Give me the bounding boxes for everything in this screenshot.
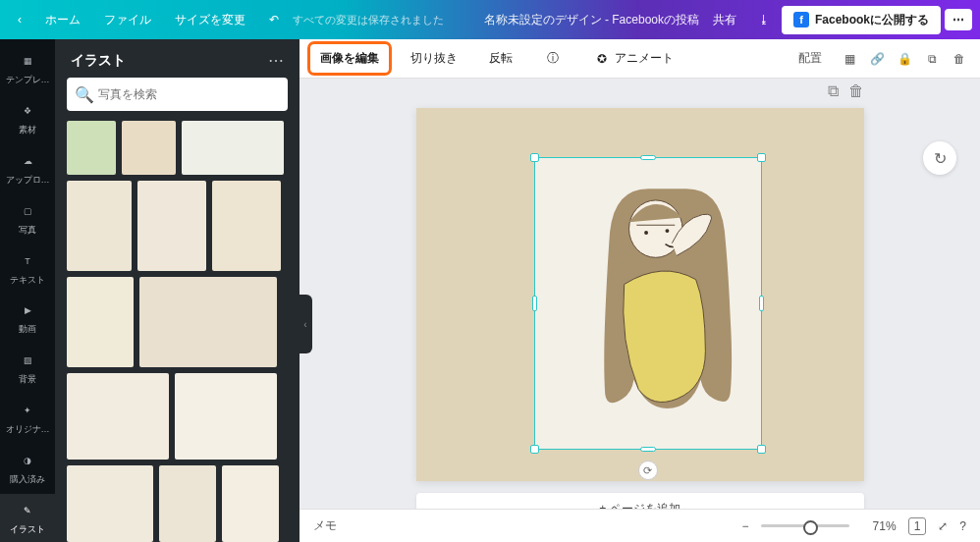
thumb[interactable] <box>67 181 132 271</box>
thumb[interactable] <box>67 277 134 367</box>
thumb[interactable] <box>212 181 281 271</box>
thumb[interactable] <box>139 277 277 367</box>
fullscreen-button[interactable]: ⤢ <box>938 519 948 533</box>
canvas-area: ‹ 画像を編集 切り抜き 反転 ⓘ ✪アニメート 配置 ▦ 🔗 🔒 ⧉ 🗑 ↻ <box>299 39 980 542</box>
thumb[interactable] <box>137 181 206 271</box>
add-page-button[interactable]: + ページを追加 <box>416 493 864 509</box>
thumb[interactable] <box>67 373 169 460</box>
undo-icon: ↶ <box>269 13 279 27</box>
rail-text[interactable]: Tテキスト <box>0 244 55 293</box>
templates-icon: ▦ <box>18 51 37 71</box>
elements-icon: ❖ <box>18 101 37 121</box>
thumbnail-grid[interactable] <box>55 121 299 542</box>
resize-button[interactable]: サイズを変更 <box>165 6 255 34</box>
search-field[interactable]: 🔍 <box>67 78 288 111</box>
trash-icon[interactable]: 🗑 <box>951 50 968 68</box>
zoom-level[interactable]: 71% <box>873 519 897 533</box>
canvas-undo-button[interactable]: ↻ <box>923 141 956 175</box>
link-icon[interactable]: 🔗 <box>868 50 886 68</box>
rail-original[interactable]: ✦オリジナ… <box>0 395 55 443</box>
resize-handle[interactable] <box>530 153 539 162</box>
zoom-out-button[interactable]: − <box>742 519 749 533</box>
facebook-icon: f <box>793 12 809 27</box>
illust-icon: ✎ <box>18 501 37 520</box>
undo-button[interactable]: ↶ <box>259 7 289 32</box>
doc-title[interactable]: 名称未設定のデザイン - Facebookの投稿 <box>484 12 699 28</box>
side-panel: イラスト ⋯ 🔍 <box>55 39 299 542</box>
help-button[interactable]: ? <box>959 519 966 533</box>
canvas-viewport[interactable]: ↻ ⧉ 🗑 <box>299 79 980 509</box>
chevron-left-icon: ‹ <box>18 13 22 27</box>
resize-handle[interactable] <box>757 153 766 162</box>
rail-templates[interactable]: ▦テンプレ… <box>0 45 55 93</box>
purchased-icon: ◑ <box>18 451 37 470</box>
svg-point-2 <box>665 229 669 233</box>
resize-handle[interactable] <box>640 447 656 452</box>
resize-handle[interactable] <box>532 296 537 311</box>
rail-illust[interactable]: ✎イラスト <box>0 494 55 542</box>
info-button[interactable]: ⓘ <box>535 45 571 73</box>
search-input[interactable] <box>67 78 288 111</box>
resize-handle[interactable] <box>530 445 539 454</box>
context-toolbar: 画像を編集 切り抜き 反転 ⓘ ✪アニメート 配置 ▦ 🔗 🔒 ⧉ 🗑 <box>299 39 980 79</box>
thumb[interactable] <box>67 465 153 542</box>
illustration-image <box>543 166 753 441</box>
thumb[interactable] <box>175 373 277 460</box>
page-duplicate-icon[interactable]: ⧉ <box>828 82 839 100</box>
zoom-slider[interactable] <box>761 524 849 527</box>
panel-more-button[interactable]: ⋯ <box>268 51 284 70</box>
svg-point-1 <box>644 231 648 235</box>
rail-videos[interactable]: ▶動画 <box>0 295 55 343</box>
rail-background[interactable]: ▨背景 <box>0 345 55 393</box>
info-icon: ⓘ <box>544 50 562 68</box>
animate-icon: ✪ <box>593 50 611 68</box>
rotate-handle[interactable]: ⟳ <box>638 461 658 480</box>
position-button[interactable]: 配置 <box>789 45 831 72</box>
resize-handle[interactable] <box>757 445 766 454</box>
selected-element[interactable]: ⟳ <box>534 157 762 450</box>
artboard[interactable]: ⧉ 🗑 <box>416 108 864 481</box>
rail-photos[interactable]: ▢写真 <box>0 194 55 243</box>
back-button[interactable]: ‹ <box>8 7 31 32</box>
search-icon: 🔍 <box>75 85 94 104</box>
thumb[interactable] <box>159 465 216 542</box>
save-status: すべての変更は保存されました <box>293 13 444 27</box>
publish-button[interactable]: f Facebookに公開する <box>782 6 941 34</box>
home-button[interactable]: ホーム <box>35 6 90 34</box>
thumb[interactable] <box>122 121 176 175</box>
edit-image-button[interactable]: 画像を編集 <box>311 45 388 72</box>
background-icon: ▨ <box>18 351 37 370</box>
animate-button[interactable]: ✪アニメート <box>584 45 682 73</box>
refresh-icon: ↻ <box>934 149 947 168</box>
file-menu[interactable]: ファイル <box>94 6 161 34</box>
share-button[interactable]: 共有 <box>703 6 746 34</box>
thumb[interactable] <box>182 121 284 175</box>
crop-button[interactable]: 切り抜き <box>402 45 466 72</box>
thumb[interactable] <box>67 121 116 175</box>
bottom-bar: メモ − 71% 1 ⤢ ? <box>299 509 980 542</box>
panel-title: イラスト <box>71 52 126 70</box>
flip-button[interactable]: 反転 <box>480 45 521 72</box>
resize-handle[interactable] <box>759 296 764 311</box>
page-count[interactable]: 1 <box>908 517 927 535</box>
lock-icon[interactable]: 🔒 <box>896 50 913 68</box>
rail-uploads[interactable]: ☁アップロ… <box>0 145 55 193</box>
notes-button[interactable]: メモ <box>313 517 337 534</box>
side-rail: ▦テンプレ… ❖素材 ☁アップロ… ▢写真 Tテキスト ▶動画 ▨背景 ✦オリジ… <box>0 39 55 542</box>
rail-purchased[interactable]: ◑購入済み <box>0 444 55 492</box>
video-icon: ▶ <box>18 300 37 320</box>
more-button[interactable]: ⋯ <box>945 9 972 30</box>
page-trash-icon[interactable]: 🗑 <box>848 82 864 100</box>
publish-label: Facebookに公開する <box>815 12 929 28</box>
upload-icon: ☁ <box>18 151 37 171</box>
text-icon: T <box>18 251 37 271</box>
rotate-icon: ⟳ <box>643 464 652 477</box>
transparency-icon[interactable]: ▦ <box>841 50 858 68</box>
rail-elements[interactable]: ❖素材 <box>0 95 55 143</box>
original-icon: ✦ <box>18 401 37 420</box>
resize-handle[interactable] <box>640 155 656 160</box>
top-bar: ‹ ホーム ファイル サイズを変更 ↶ すべての変更は保存されました 名称未設定… <box>0 0 980 39</box>
download-button[interactable]: ⭳ <box>750 7 778 32</box>
thumb[interactable] <box>222 465 279 542</box>
duplicate-icon[interactable]: ⧉ <box>923 50 941 68</box>
